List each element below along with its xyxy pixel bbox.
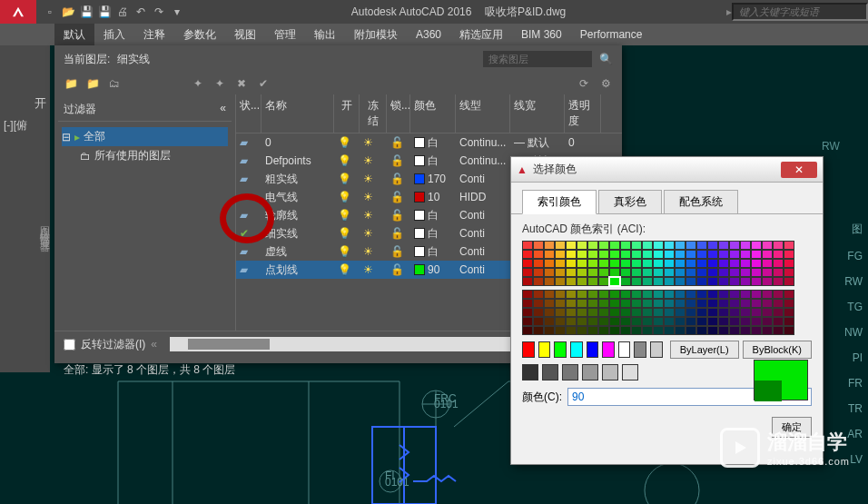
palette-cell[interactable] [664, 241, 675, 250]
palette-cell[interactable] [696, 268, 707, 277]
palette-cell[interactable] [784, 268, 794, 277]
byblock-button[interactable]: ByBlock(K) [743, 341, 812, 359]
col-color[interactable]: 颜色 [410, 94, 456, 133]
palette-cell[interactable] [653, 250, 664, 259]
std-ltgray[interactable] [650, 341, 663, 358]
palette-cell[interactable] [762, 299, 773, 308]
palette-cell[interactable] [609, 268, 620, 277]
tab-view[interactable]: 视图 [225, 24, 265, 46]
palette-cell[interactable] [653, 317, 664, 326]
palette-cell[interactable] [587, 259, 598, 268]
palette-cell[interactable] [696, 277, 707, 286]
palette-cell[interactable] [522, 277, 533, 286]
palette-cell[interactable] [740, 250, 751, 259]
palette-cell[interactable] [718, 277, 729, 286]
palette-cell[interactable] [653, 290, 664, 299]
palette-cell[interactable] [653, 277, 664, 286]
palette-cell[interactable] [598, 241, 609, 250]
palette-cell[interactable] [707, 277, 718, 286]
palette-cell[interactable] [664, 326, 675, 335]
palette-cell[interactable] [751, 277, 762, 286]
palette-cell[interactable] [664, 250, 675, 259]
gray-3[interactable] [562, 364, 578, 380]
refresh-icon[interactable]: ⟳ [577, 76, 591, 91]
tree-used[interactable]: 🗀所有使用的图层 [62, 146, 228, 165]
palette-cell[interactable] [566, 268, 577, 277]
palette-cell[interactable] [773, 317, 784, 326]
expand-icon[interactable]: « [151, 338, 157, 351]
palette-cell[interactable] [729, 268, 740, 277]
palette-cell[interactable] [631, 299, 642, 308]
gray-2[interactable] [542, 364, 558, 380]
palette-cell[interactable] [740, 326, 751, 335]
palette-cell[interactable] [675, 290, 686, 299]
palette-cell[interactable] [718, 317, 729, 326]
plot-icon[interactable]: 🖨 [114, 4, 131, 20]
palette-cell[interactable] [555, 268, 566, 277]
palette-cell[interactable] [631, 250, 642, 259]
palette-cell[interactable] [740, 277, 751, 286]
palette-cell[interactable] [664, 290, 675, 299]
palette-cell[interactable] [587, 268, 598, 277]
tab-output[interactable]: 输出 [305, 24, 345, 46]
palette-cell[interactable] [653, 268, 664, 277]
palette-cell[interactable] [555, 259, 566, 268]
palette-cell[interactable] [664, 299, 675, 308]
palette-cell[interactable] [718, 290, 729, 299]
palette-cell[interactable] [642, 268, 653, 277]
palette-cell[interactable] [522, 241, 533, 250]
palette-cell[interactable] [686, 317, 696, 326]
palette-cell[interactable] [642, 326, 653, 335]
std-gray[interactable] [634, 341, 646, 358]
palette-cell[interactable] [664, 259, 675, 268]
std-yellow[interactable] [538, 341, 551, 358]
palette-cell[interactable] [642, 259, 653, 268]
palette-cell[interactable] [566, 299, 577, 308]
palette-cell[interactable] [686, 326, 696, 335]
palette-cell[interactable] [718, 259, 729, 268]
palette-cell[interactable] [587, 241, 598, 250]
palette-cell[interactable] [555, 308, 566, 317]
palette-cell[interactable] [609, 277, 620, 286]
palette-cell[interactable] [555, 241, 566, 250]
palette-cell[interactable] [577, 277, 587, 286]
palette-cell[interactable] [587, 317, 598, 326]
palette-cell[interactable] [566, 326, 577, 335]
palette-cell[interactable] [598, 277, 609, 286]
palette-cell[interactable] [555, 250, 566, 259]
palette-cell[interactable] [784, 317, 794, 326]
palette-cell[interactable] [773, 268, 784, 277]
palette-cell[interactable] [631, 259, 642, 268]
palette-cell[interactable] [686, 277, 696, 286]
palette-cell[interactable] [664, 277, 675, 286]
std-red[interactable] [522, 341, 535, 358]
palette-cell[interactable] [675, 277, 686, 286]
palette-cell[interactable] [740, 308, 751, 317]
palette-cell[interactable] [718, 326, 729, 335]
palette-cell[interactable] [533, 241, 544, 250]
palette-cell[interactable] [555, 277, 566, 286]
color-palette[interactable] [522, 241, 812, 335]
palette-cell[interactable] [762, 308, 773, 317]
palette-cell[interactable] [522, 268, 533, 277]
palette-cell[interactable] [718, 268, 729, 277]
palette-cell[interactable] [686, 290, 696, 299]
palette-cell[interactable] [707, 241, 718, 250]
palette-cell[interactable] [620, 317, 631, 326]
palette-cell[interactable] [620, 277, 631, 286]
palette-cell[interactable] [762, 259, 773, 268]
new-layer-frozen-icon[interactable]: ✦ [212, 76, 227, 91]
palette-cell[interactable] [729, 326, 740, 335]
palette-cell[interactable] [566, 317, 577, 326]
palette-cell[interactable] [609, 299, 620, 308]
palette-cell[interactable] [740, 268, 751, 277]
palette-cell[interactable] [598, 308, 609, 317]
palette-cell[interactable] [631, 241, 642, 250]
palette-cell[interactable] [696, 250, 707, 259]
palette-cell[interactable] [653, 326, 664, 335]
palette-cell[interactable] [675, 299, 686, 308]
palette-cell[interactable] [686, 299, 696, 308]
palette-cell[interactable] [707, 326, 718, 335]
palette-cell[interactable] [751, 290, 762, 299]
palette-cell[interactable] [751, 241, 762, 250]
